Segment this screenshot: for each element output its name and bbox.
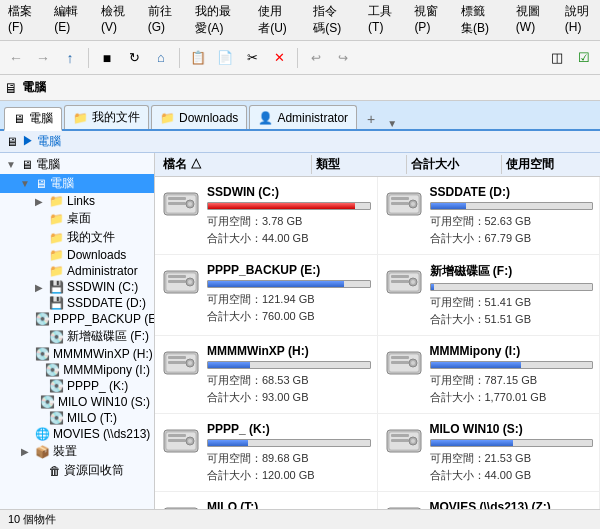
sidebar-item-computer-root[interactable]: ▼ 🖥 電腦 xyxy=(0,155,154,174)
drive-free-space: 可用空間：52.63 GB xyxy=(430,213,594,230)
col-header-free: 使用空間 xyxy=(502,155,596,174)
drive-item[interactable]: SSDWIN (C:) 可用空間：3.78 GB 合計大小：44.00 GB xyxy=(155,177,378,255)
drive-info: PPPP_BACKUP (E:) 可用空間：121.94 GB 合計大小：760… xyxy=(207,263,371,324)
menu-item-v[interactable]: 檢視(V) xyxy=(97,2,132,38)
menu-item-f[interactable]: 檔案(F) xyxy=(4,2,38,38)
redo-button[interactable]: ↪ xyxy=(331,46,355,70)
svg-rect-3 xyxy=(168,202,186,205)
forward-button[interactable]: → xyxy=(31,46,55,70)
sidebar-item-pppp-k[interactable]: 💽 PPPP_ (K:) xyxy=(0,378,154,394)
sidebar-item-movies[interactable]: 🌐 MOVIES (\\ds213) (Z:) xyxy=(0,426,154,442)
sidebar-item-ssdwin[interactable]: ▶ 💾 SSDWIN (C:) xyxy=(0,279,154,295)
tab-administrator[interactable]: 👤 Administrator xyxy=(249,105,357,129)
cut-button[interactable]: ✂ xyxy=(240,46,264,70)
menu-item-e[interactable]: 編輯(E) xyxy=(50,2,85,38)
tab-computer-label: 電腦 xyxy=(29,110,53,127)
menu-item-g[interactable]: 前往(G) xyxy=(144,2,180,38)
drive-info: 新增磁碟區 (F:) 可用空間：51.41 GB 合計大小：51.51 GB xyxy=(430,263,594,327)
sidebar-item-devices[interactable]: ▶ 📦 裝置 xyxy=(0,442,154,461)
undo-button[interactable]: ↩ xyxy=(304,46,328,70)
sidebar-recycle-icon: 🗑 xyxy=(49,464,61,478)
content-header: 檔名 △ 類型 合計大小 使用空間 xyxy=(155,153,600,177)
sidebar-desktop-label: 桌面 xyxy=(67,210,91,227)
breadcrumb-item-computer[interactable]: ▶ 電腦 xyxy=(22,133,61,150)
delete-button[interactable]: ✕ xyxy=(267,46,291,70)
drive-stats: 可用空間：51.41 GB 合計大小：51.51 GB xyxy=(430,294,594,327)
sidebar-item-milo-win10[interactable]: 💽 MILO WIN10 (S:) xyxy=(0,394,154,410)
tab-downloads[interactable]: 📁 Downloads xyxy=(151,105,247,129)
tab-computer[interactable]: 🖥 電腦 xyxy=(4,107,62,131)
check-button[interactable]: ☑ xyxy=(572,46,596,70)
view-button[interactable]: ◫ xyxy=(545,46,569,70)
drive-item[interactable]: MILO WIN10 (S:) 可用空間：21.53 GB 合計大小：44.00… xyxy=(378,414,601,492)
sidebar-computer-label: 電腦 xyxy=(50,175,74,192)
drive-stats: 可用空間：68.53 GB 合計大小：93.00 GB xyxy=(207,372,371,405)
drive-progress-bar xyxy=(207,202,371,210)
drive-progress-bar xyxy=(430,361,594,369)
drive-item[interactable]: PPPP_BACKUP (E:) 可用空間：121.94 GB 合計大小：760… xyxy=(155,255,378,336)
menu-item-u[interactable]: 使用者(U) xyxy=(254,2,297,38)
sidebar-ssddate-label: SSDDATE (D:) xyxy=(67,296,146,310)
tab-add-button[interactable]: + xyxy=(359,109,383,129)
sidebar-item-milo-t[interactable]: 💽 MILO (T:) xyxy=(0,410,154,426)
drive-progress-bar xyxy=(207,280,371,288)
drive-item[interactable]: PPPP_ (K:) 可用空間：89.68 GB 合計大小：120.00 GB xyxy=(155,414,378,492)
sidebar-item-my-docs[interactable]: 📁 我的文件 xyxy=(0,228,154,247)
drive-info: SSDDATE (D:) 可用空間：52.63 GB 合計大小：67.79 GB xyxy=(430,185,594,246)
sidebar-item-mmmwinxp[interactable]: 💽 MMMMWinXP (H:) xyxy=(0,346,154,362)
expander-new-volume xyxy=(32,330,46,344)
sidebar-devices-icon: 📦 xyxy=(35,445,50,459)
sidebar-item-recycle[interactable]: 🗑 資源回收筒 xyxy=(0,461,154,480)
drive-item[interactable]: SSDDATE (D:) 可用空間：52.63 GB 合計大小：67.79 GB xyxy=(378,177,601,255)
menu-item-b[interactable]: 標籤集(B) xyxy=(457,2,500,38)
tab-dropdown-button[interactable]: ▼ xyxy=(387,118,397,129)
sidebar-item-computer[interactable]: ▼ 🖥 電腦 xyxy=(0,174,154,193)
sidebar-item-desktop[interactable]: 📁 桌面 xyxy=(0,209,154,228)
copy-button[interactable]: 📋 xyxy=(186,46,210,70)
col-header-type: 類型 xyxy=(312,155,407,174)
sidebar-movies-label: MOVIES (\\ds213) (Z:) xyxy=(53,427,155,441)
sidebar-item-ssddate[interactable]: 💾 SSDDATE (D:) xyxy=(0,295,154,311)
drive-name: SSDDATE (D:) xyxy=(430,185,594,199)
svg-point-29 xyxy=(188,361,192,365)
sidebar-item-downloads[interactable]: 📁 Downloads xyxy=(0,247,154,263)
svg-rect-8 xyxy=(391,197,409,200)
col-header-name[interactable]: 檔名 △ xyxy=(159,155,312,174)
drive-item[interactable]: 新增磁碟區 (F:) 可用空間：51.41 GB 合計大小：51.51 GB xyxy=(378,255,601,336)
drive-icon-wrap xyxy=(161,344,201,384)
drive-icon xyxy=(162,267,200,299)
refresh-button[interactable]: ↻ xyxy=(122,46,146,70)
sidebar-item-links[interactable]: ▶ 📁 Links xyxy=(0,193,154,209)
drive-item[interactable]: MMMMipony (I:) 可用空間：787.15 GB 合計大小：1,770… xyxy=(378,336,601,414)
drive-free-space: 可用空間：51.41 GB xyxy=(430,294,594,311)
up-button[interactable]: ↑ xyxy=(58,46,82,70)
menu-item-h[interactable]: 說明(H) xyxy=(561,2,596,38)
menu-item-t[interactable]: 工具(T) xyxy=(364,2,398,38)
sidebar-item-administrator[interactable]: 📁 Administrator xyxy=(0,263,154,279)
back-button[interactable]: ← xyxy=(4,46,28,70)
tab-my-documents[interactable]: 📁 我的文件 xyxy=(64,105,149,129)
sidebar-links-label: Links xyxy=(67,194,95,208)
sidebar-item-mmmipony[interactable]: 💽 MMMMipony (I:) xyxy=(0,362,154,378)
menu-item-a[interactable]: 我的最愛(A) xyxy=(191,2,242,38)
expander-downloads xyxy=(32,248,46,262)
menu-item-s[interactable]: 指令碼(S) xyxy=(309,2,352,38)
drive-item[interactable]: MMMMWinXP (H:) 可用空間：68.53 GB 合計大小：93.00 … xyxy=(155,336,378,414)
sidebar-downloads-label: Downloads xyxy=(67,248,126,262)
drive-total-size: 合計大小：44.00 GB xyxy=(430,467,594,484)
menu-item-p[interactable]: 視窗(P) xyxy=(410,2,445,38)
expander-devices: ▶ xyxy=(18,445,32,459)
svg-point-5 xyxy=(188,202,192,206)
sidebar-item-pppp-backup[interactable]: 💽 PPPP_BACKUP (E:) xyxy=(0,311,154,327)
stop-button[interactable]: ■ xyxy=(95,46,119,70)
paste-button[interactable]: 📄 xyxy=(213,46,237,70)
drive-total-size: 合計大小：44.00 GB xyxy=(207,230,371,247)
drive-icon-wrap xyxy=(384,344,424,384)
drive-icon xyxy=(385,348,423,380)
drives-grid: SSDWIN (C:) 可用空間：3.78 GB 合計大小：44.00 GB xyxy=(155,177,600,529)
tab-administrator-icon: 👤 xyxy=(258,111,273,125)
drive-progress-fill xyxy=(208,362,250,368)
home-button[interactable]: ⌂ xyxy=(149,46,173,70)
menu-item-w[interactable]: 視圖(W) xyxy=(512,2,549,38)
sidebar-item-new-volume[interactable]: 💽 新增磁碟區 (F:) xyxy=(0,327,154,346)
